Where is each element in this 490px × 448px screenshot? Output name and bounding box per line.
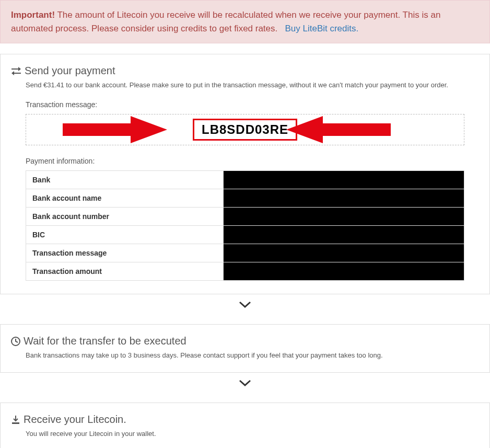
send-payment-section: Send your payment Send €31.41 to our ban… bbox=[0, 54, 490, 294]
row-key: Bank account name bbox=[26, 189, 224, 208]
table-row: BIC bbox=[26, 226, 464, 244]
row-val bbox=[223, 171, 464, 189]
row-key: Transaction amount bbox=[26, 262, 224, 281]
row-key: Bank bbox=[26, 171, 224, 189]
row-val bbox=[223, 189, 464, 208]
wait-transfer-sub: Bank transactions may take up to 3 busin… bbox=[26, 351, 479, 359]
receive-sub: You will receive your Litecoin in your w… bbox=[26, 430, 479, 438]
wait-transfer-heading: Wait for the transfer to be executed bbox=[11, 335, 479, 347]
wait-transfer-section: Wait for the transfer to be executed Ban… bbox=[0, 324, 490, 373]
payment-info-table: Bank Bank account name Bank account numb… bbox=[26, 170, 464, 281]
tx-message-label: Transaction message: bbox=[26, 100, 479, 109]
step-separator bbox=[0, 294, 490, 314]
chevron-down-icon bbox=[239, 379, 251, 387]
receive-section: Receive your Litecoin. You will receive … bbox=[0, 403, 490, 448]
heading-text: Receive your Litecoin. bbox=[24, 413, 126, 426]
tx-code: LB8SDD03RE bbox=[193, 119, 297, 141]
buy-credits-link[interactable]: Buy LiteBit credits. bbox=[285, 24, 358, 33]
alert-strong: Important! bbox=[11, 10, 55, 20]
chevron-down-icon bbox=[239, 301, 251, 309]
arrow-left-icon bbox=[286, 114, 391, 145]
table-row: Transaction amount bbox=[26, 262, 464, 281]
arrow-right-icon bbox=[63, 114, 167, 145]
row-val bbox=[223, 244, 464, 262]
row-key: Transaction message bbox=[26, 244, 224, 262]
download-icon bbox=[11, 415, 20, 424]
svg-marker-0 bbox=[63, 116, 167, 143]
receive-heading: Receive your Litecoin. bbox=[11, 413, 479, 426]
row-val bbox=[223, 226, 464, 244]
row-val bbox=[223, 208, 464, 226]
row-key: BIC bbox=[26, 226, 224, 244]
table-row: Transaction message bbox=[26, 244, 464, 262]
clock-icon bbox=[11, 337, 20, 346]
svg-rect-3 bbox=[12, 422, 19, 424]
alert-text: The amount of Litecoin you receive will … bbox=[11, 10, 440, 33]
send-payment-sub: Send €31.41 to our bank account. Please … bbox=[26, 81, 479, 89]
table-row: Bank account name bbox=[26, 189, 464, 208]
payinfo-label: Payment information: bbox=[26, 157, 479, 165]
row-key: Bank account number bbox=[26, 208, 224, 226]
send-payment-heading: Send your payment bbox=[11, 65, 479, 77]
heading-text: Wait for the transfer to be executed bbox=[24, 335, 186, 347]
row-val bbox=[223, 262, 464, 281]
table-row: Bank bbox=[26, 171, 464, 189]
svg-marker-1 bbox=[286, 116, 391, 143]
heading-text: Send your payment bbox=[25, 65, 115, 77]
step-separator bbox=[0, 373, 490, 392]
important-alert: Important! The amount of Litecoin you re… bbox=[0, 0, 490, 43]
table-row: Bank account number bbox=[26, 208, 464, 226]
tx-message-box: LB8SDD03RE bbox=[26, 114, 464, 145]
exchange-icon bbox=[11, 66, 21, 76]
